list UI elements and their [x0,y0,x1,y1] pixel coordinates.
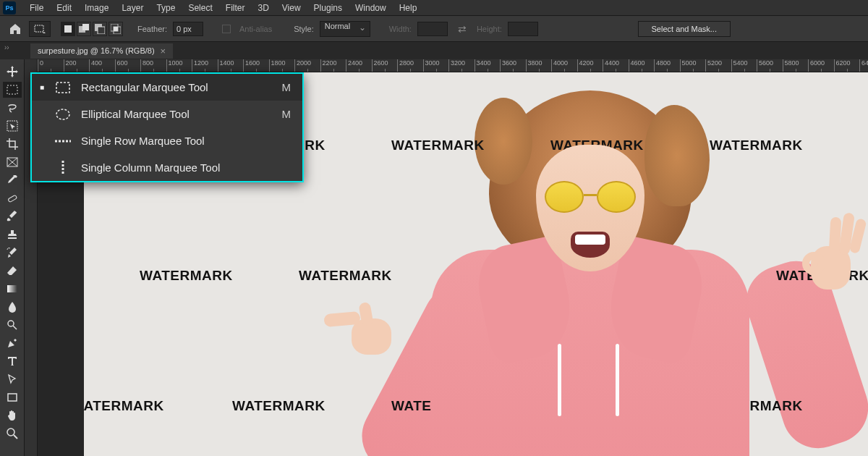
marquee-preset-icon [34,25,46,33]
ruler-tick: 6000 [808,59,834,72]
height-input [508,22,538,36]
flyout-item[interactable]: ■Rectangular Marquee ToolM [32,74,302,101]
blur-tool[interactable] [3,299,22,315]
antialias-label: Anti-alias [239,25,272,33]
marquee-icon [7,84,18,96]
ruler-tick: 1000 [166,59,192,72]
ruler-tick: 3800 [526,59,552,72]
hand-tool[interactable] [3,408,22,423]
type-icon [7,355,18,367]
options-bar: Feather: Anti-alias Style: Normal Width:… [0,16,868,42]
marquee-tool[interactable] [3,82,22,98]
svg-rect-13 [7,285,17,292]
svg-rect-12 [7,195,17,202]
clone-stamp-tool[interactable] [3,227,22,242]
svg-point-16 [7,428,14,436]
gradient-tool[interactable] [3,281,22,297]
menu-type[interactable]: Type [150,3,182,13]
menu-file[interactable]: File [23,3,50,13]
svg-rect-0 [35,25,43,32]
type-tool[interactable] [3,353,22,369]
selection-new-button[interactable] [61,22,75,36]
menu-filter[interactable]: Filter [219,3,252,13]
menu-view[interactable]: View [276,3,307,13]
menu-3d[interactable]: 3D [251,3,275,13]
ruler-tick: 2400 [346,59,372,72]
svg-rect-5 [98,27,105,34]
subtract-selection-icon [95,24,105,34]
menu-select[interactable]: Select [182,3,218,13]
rect-marquee-icon [55,81,71,94]
tool-preset-picker[interactable] [29,21,51,37]
lasso-icon [7,102,18,114]
menu-window[interactable]: Window [349,3,393,13]
canvas-area: 0200400600800100012001400160018002000220… [25,59,868,456]
ruler-tick: 4800 [654,59,680,72]
eraser-tool[interactable] [3,263,22,279]
ruler-tick: 4000 [551,59,577,72]
droplet-icon [7,301,18,313]
path-selection-tool[interactable] [3,371,22,387]
menu-layer[interactable]: Layer [115,3,150,13]
feather-label: Feather: [137,25,167,33]
move-icon [7,66,18,77]
move-tool[interactable] [3,64,22,80]
svg-rect-1 [64,25,72,33]
menu-edit[interactable]: Edit [50,3,78,13]
crop-tool[interactable] [3,136,22,152]
zoom-tool[interactable] [3,426,22,442]
eyedropper-tool[interactable] [3,172,22,188]
ruler-tick: 5600 [757,59,783,72]
ruler-tick: 3400 [475,59,501,72]
selection-intersect-button[interactable] [109,22,123,36]
object-selection-tool[interactable] [3,118,22,134]
home-button[interactable] [7,21,23,37]
frame-tool[interactable] [3,154,22,170]
watermark-text: WATERMARK [299,268,392,284]
ruler-tick: 1800 [269,59,295,72]
ruler-tick: 3000 [423,59,449,72]
selection-subtract-button[interactable] [93,22,107,36]
tools-panel [0,59,25,456]
pen-tool[interactable] [3,335,22,351]
ruler-tick: 5800 [783,59,809,72]
healing-brush-tool[interactable] [3,190,22,206]
document-tab[interactable]: surpesture.jpg @ 16.7% (RGB/8) × [30,43,173,59]
dodge-tool[interactable] [3,317,22,333]
swap-dimensions-icon: ⇄ [458,23,467,35]
selection-mode-group [61,22,123,36]
toolbar-collapse-icon[interactable]: ›› [4,43,9,51]
horizontal-ruler[interactable]: 0200400600800100012001400160018002000220… [38,59,868,72]
ruler-tick: 3200 [448,59,475,72]
close-tab-button[interactable]: × [161,46,166,56]
ruler-tick: 5200 [705,59,731,72]
menu-help[interactable]: Help [393,3,424,13]
style-select[interactable]: Normal [320,21,370,37]
flyout-item[interactable]: Elliptical Marquee ToolM [32,101,302,127]
lasso-tool[interactable] [3,100,22,116]
select-and-mask-button[interactable]: Select and Mask... [638,21,731,37]
svg-point-18 [56,109,69,119]
brush-tool[interactable] [3,208,22,224]
flyout-item[interactable]: Single Row Marquee Tool [32,127,302,154]
svg-rect-3 [82,24,89,30]
selection-add-button[interactable] [77,22,91,36]
arrow-icon [7,373,18,385]
eraser-icon [7,265,18,276]
ruler-tick: 200 [64,59,90,72]
pen-icon [7,337,18,349]
history-brush-tool[interactable] [3,245,22,261]
rectangle-tool[interactable] [3,389,22,405]
crop-icon [7,138,18,150]
object-select-icon [7,120,18,132]
ruler-tick: 2800 [397,59,423,72]
menu-plugins[interactable]: Plugins [307,3,349,13]
menu-image[interactable]: Image [78,3,115,13]
flyout-item[interactable]: Single Column Marquee Tool [32,154,302,181]
ruler-tick: 5000 [680,59,706,72]
flyout-shortcut: M [282,81,292,93]
svg-point-14 [8,321,14,326]
feather-input[interactable] [173,22,203,36]
menu-bar: Ps File Edit Image Layer Type Select Fil… [0,0,868,16]
watermark-text: WATERMARK [710,138,803,153]
